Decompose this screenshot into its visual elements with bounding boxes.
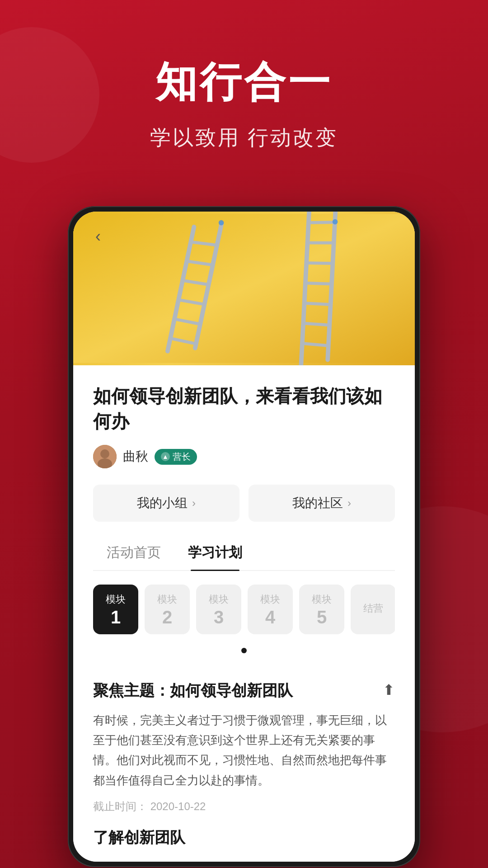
- deadline-row: 截止时间： 2020-10-22: [93, 799, 395, 814]
- focus-title: 聚焦主题：如何领导创新团队: [93, 680, 293, 701]
- module-tab-3-num: 3: [214, 608, 224, 626]
- article-title: 如何领导创新团队，来看看我们该如何办: [93, 383, 395, 434]
- phone-mockup: ‹ 如何领导创新团队，来看看我们该如何办: [68, 206, 420, 867]
- module-tab-5-num: 5: [317, 608, 327, 626]
- badge-label: 营长: [173, 451, 191, 463]
- module-tab-5-label: 模块: [312, 593, 332, 606]
- hero-section: 知行合一 学以致用 行动改变: [0, 0, 488, 188]
- module-tab-4-num: 4: [265, 608, 275, 626]
- module-dot-row: [93, 648, 395, 653]
- tab-activity-home-label: 活动首页: [107, 545, 161, 560]
- focus-body: 有时候，完美主义者过于习惯于微观管理，事无巨细，以至于他们甚至没有意识到这个世界…: [93, 710, 395, 790]
- svg-line-11: [309, 221, 335, 224]
- svg-rect-0: [73, 214, 415, 363]
- module-tab-end[interactable]: 结营: [351, 585, 395, 634]
- my-community-label: 我的社区: [292, 495, 343, 512]
- hero-title: 知行合一: [27, 54, 461, 110]
- author-name: 曲秋: [123, 448, 148, 465]
- tab-study-plan-label: 学习计划: [188, 545, 242, 560]
- avatar: [93, 445, 117, 468]
- module-tab-1[interactable]: 模块 1: [93, 585, 138, 634]
- svg-point-21: [100, 449, 109, 458]
- module-tab-1-num: 1: [111, 608, 121, 626]
- phone-screen: ‹ 如何领导创新团队，来看看我们该如何办: [73, 212, 415, 862]
- content-area: 如何领导创新团队，来看看我们该如何办 曲秋 ▲: [73, 365, 415, 680]
- tab-activity-home[interactable]: 活动首页: [93, 535, 174, 570]
- chevron-right-icon-2: ›: [347, 497, 351, 509]
- svg-point-19: [333, 219, 338, 225]
- deadline-label: 截止时间：: [93, 800, 147, 812]
- nav-buttons: 我的小组 › 我的社区 ›: [93, 485, 395, 522]
- article-hero-image: ‹: [73, 212, 415, 365]
- module-tab-2-num: 2: [162, 608, 172, 626]
- hero-subtitle: 学以致用 行动改变: [27, 124, 461, 152]
- phone-wrapper: ‹ 如何领导创新团队，来看看我们该如何办: [0, 206, 488, 867]
- back-arrow-icon: ‹: [95, 227, 101, 246]
- module-tab-3[interactable]: 模块 3: [196, 585, 241, 634]
- author-row: 曲秋 ▲ 营长: [93, 445, 395, 468]
- module-tab-2-label: 模块: [157, 593, 177, 606]
- my-group-label: 我的小组: [137, 495, 188, 512]
- section-heading: 了解创新团队: [93, 827, 395, 848]
- badge-icon: ▲: [161, 452, 170, 461]
- module-dot-indicator: [241, 648, 247, 653]
- focus-header: 聚焦主题：如何领导创新团队 ⬆: [93, 680, 395, 701]
- svg-line-12: [308, 241, 334, 244]
- module-tab-3-label: 模块: [209, 593, 229, 606]
- my-group-button[interactable]: 我的小组 ›: [93, 485, 239, 522]
- module-tabs: 模块 1 模块 2 模块 3 模块 4: [93, 585, 395, 639]
- author-badge: ▲ 营长: [155, 449, 197, 465]
- svg-line-16: [303, 323, 329, 325]
- svg-line-15: [305, 303, 331, 305]
- focus-section: 聚焦主题：如何领导创新团队 ⬆ 有时候，完美主义者过于习惯于微观管理，事无巨细，…: [73, 680, 415, 862]
- module-tab-2[interactable]: 模块 2: [145, 585, 190, 634]
- svg-line-14: [305, 283, 332, 284]
- chevron-right-icon: ›: [192, 497, 196, 509]
- svg-point-18: [219, 220, 224, 226]
- deadline-value: 2020-10-22: [150, 800, 206, 812]
- tabs-row: 活动首页 学习计划: [93, 535, 395, 571]
- module-tab-4[interactable]: 模块 4: [248, 585, 293, 634]
- module-tab-1-label: 模块: [106, 593, 126, 606]
- share-icon[interactable]: ⬆: [383, 681, 395, 698]
- my-community-button[interactable]: 我的社区 ›: [249, 485, 395, 522]
- avatar-image: [93, 445, 117, 468]
- module-tab-end-label: 结营: [363, 602, 383, 615]
- module-tab-5[interactable]: 模块 5: [299, 585, 344, 634]
- tab-study-plan[interactable]: 学习计划: [174, 535, 256, 570]
- svg-line-13: [306, 262, 333, 264]
- back-button[interactable]: ‹: [87, 225, 109, 248]
- module-tab-4-label: 模块: [260, 593, 280, 606]
